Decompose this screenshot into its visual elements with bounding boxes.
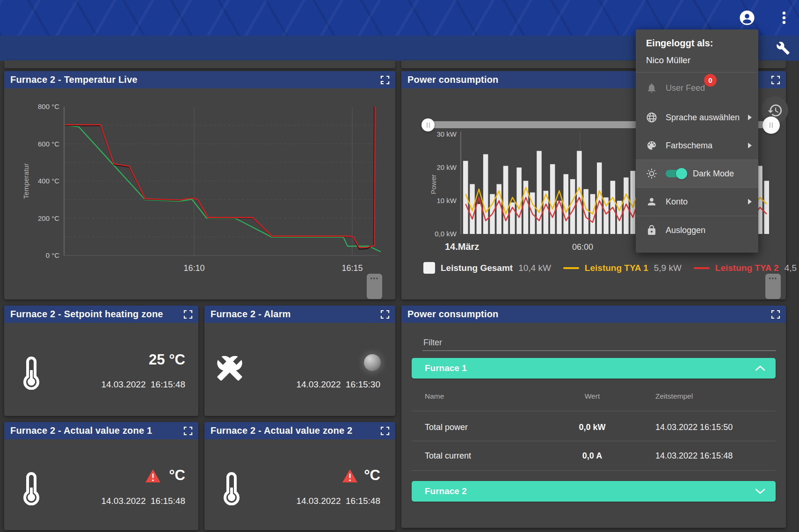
svg-text:16:10: 16:10 bbox=[183, 263, 204, 273]
panel-power-table-header: Power consumption bbox=[401, 306, 786, 323]
row-divider bbox=[412, 441, 776, 441]
cell-zeitstempel: 14.03.2022 16:15:50 bbox=[632, 423, 786, 432]
cell-name: Total power bbox=[425, 423, 552, 432]
menu-item-account[interactable]: Konto bbox=[636, 188, 758, 216]
card-setpoint: Furnace 2 - Setpoint heating zone 25 °C … bbox=[4, 306, 198, 416]
temperature-line-chart: 16:1016:150 °C200 °C400 °C600 °C800 °CTe… bbox=[4, 88, 395, 299]
card-actual-zone1-header: Furnace 2 - Actual value zone 1 bbox=[4, 422, 198, 439]
svg-text:20 kW: 20 kW bbox=[436, 163, 457, 171]
cell-name: Total current bbox=[425, 451, 552, 461]
legend-item-tya1[interactable]: Leistung TYA 1 5,9 kW bbox=[563, 263, 682, 273]
alarm-indicator-orb bbox=[364, 354, 381, 371]
user-menu: Eingeloggt als: Nico Müller User Feed 0 … bbox=[636, 29, 758, 253]
card-title: Furnace 2 - Actual value zone 1 bbox=[10, 425, 152, 436]
card-title: Power consumption bbox=[407, 309, 499, 320]
svg-text:800 °C: 800 °C bbox=[38, 102, 59, 110]
notification-badge: 0 bbox=[704, 74, 717, 87]
fullscreen-icon[interactable] bbox=[771, 75, 780, 85]
kebab-menu-icon[interactable] bbox=[779, 10, 789, 26]
thermometer-icon bbox=[23, 356, 40, 390]
card-more-button[interactable]: ⋯ bbox=[367, 274, 382, 299]
history-icon[interactable] bbox=[767, 102, 783, 118]
table-row[interactable]: Total power 0,0 kW 14.03.2022 16:15:50 bbox=[401, 416, 786, 438]
account-icon[interactable] bbox=[739, 10, 755, 26]
more-icon: ⋯ bbox=[769, 273, 778, 283]
warning-icon bbox=[342, 469, 358, 483]
column-header-name: Name bbox=[425, 392, 552, 401]
logged-in-label: Eingeloggt als: bbox=[646, 38, 748, 49]
wrench-icon[interactable] bbox=[776, 41, 790, 55]
svg-text:06:00: 06:00 bbox=[572, 242, 593, 252]
thermometer-icon bbox=[223, 472, 240, 505]
legend-value: 10,4 kW bbox=[518, 263, 551, 273]
group-furnace-2[interactable]: Furnace 2 bbox=[412, 481, 776, 502]
menu-item-color-scheme[interactable]: Farbschema bbox=[636, 131, 758, 160]
fullscreen-icon[interactable] bbox=[380, 426, 390, 436]
card-title: Furnace 2 - Temperatur Live bbox=[10, 74, 138, 85]
timestamp: 14.03.2022 16:15:48 bbox=[101, 496, 185, 506]
lock-icon bbox=[646, 225, 657, 236]
svg-text:16:15: 16:15 bbox=[341, 263, 363, 273]
user-name: Nico Müller bbox=[646, 55, 748, 66]
fullscreen-icon[interactable] bbox=[380, 310, 390, 319]
setpoint-value: 25 °C bbox=[149, 351, 185, 368]
legend-checkbox[interactable] bbox=[423, 262, 435, 274]
cell-wert: 0,0 A bbox=[552, 451, 632, 461]
menu-item-label: Dark Mode bbox=[693, 169, 752, 179]
chevron-down-icon bbox=[755, 488, 765, 494]
svg-text:Temperatur: Temperatur bbox=[22, 163, 30, 199]
menu-item-user-feed[interactable]: User Feed 0 bbox=[636, 73, 758, 103]
table-row[interactable]: Total current 0,0 A 14.03.2022 16:15:48 bbox=[401, 445, 786, 467]
menu-item-language[interactable]: Sprache auswählen bbox=[636, 103, 758, 131]
timestamp: 14.03.2022 16:15:48 bbox=[296, 496, 380, 506]
legend-item-gesamt[interactable]: Leistung Gesamt 10,4 kW bbox=[423, 262, 551, 274]
menu-item-label: Ausloggen bbox=[666, 226, 752, 235]
legend-line-swatch bbox=[694, 267, 710, 269]
legend-value: 4,5 kW bbox=[784, 263, 799, 273]
svg-text:Power: Power bbox=[429, 175, 437, 195]
card-actual-zone2: Furnace 2 - Actual value zone 2 °C 14.03… bbox=[204, 422, 395, 530]
legend-value: 5,9 kW bbox=[654, 263, 682, 273]
filter-input[interactable] bbox=[422, 335, 776, 351]
card-alarm-header: Furnace 2 - Alarm bbox=[204, 306, 395, 323]
panel-power-table: Power consumption Furnace 1 Name Wert Ze… bbox=[401, 306, 786, 528]
group-furnace-1[interactable]: Furnace 1 bbox=[412, 358, 776, 379]
group-label: Furnace 2 bbox=[425, 486, 467, 496]
column-header-zeitstempel: Zeitstempel bbox=[632, 392, 786, 401]
svg-text:0 °C: 0 °C bbox=[46, 251, 60, 259]
menu-item-label: Sprache auswählen bbox=[666, 113, 748, 123]
card-more-button[interactable]: ⋯ bbox=[765, 274, 781, 299]
slider-handle-right[interactable] bbox=[763, 117, 780, 134]
column-header-wert: Wert bbox=[552, 392, 632, 401]
tools-icon bbox=[216, 355, 243, 382]
cell-zeitstempel: 14.03.2022 16:15:48 bbox=[632, 451, 786, 461]
menu-item-logout[interactable]: Ausloggen bbox=[636, 216, 758, 244]
card-alarm: Furnace 2 - Alarm 14.03.2022 16:15:30 bbox=[204, 306, 395, 416]
legend-label: Leistung Gesamt bbox=[441, 263, 513, 273]
svg-text:14.März: 14.März bbox=[445, 241, 479, 252]
card-title: Furnace 2 - Alarm bbox=[211, 309, 291, 320]
legend-label: Leistung TYA 1 bbox=[585, 263, 648, 273]
svg-text:0,0 kW: 0,0 kW bbox=[435, 230, 457, 238]
slider-handle-left[interactable] bbox=[421, 118, 435, 131]
dark-mode-toggle[interactable] bbox=[666, 170, 685, 177]
group-label: Furnace 1 bbox=[425, 363, 467, 373]
fullscreen-icon[interactable] bbox=[183, 426, 193, 436]
chevron-up-icon bbox=[755, 365, 765, 371]
fullscreen-icon[interactable] bbox=[380, 75, 390, 85]
fullscreen-icon[interactable] bbox=[771, 310, 780, 319]
cell-wert: 0,0 kW bbox=[552, 423, 632, 432]
menu-item-label: Farbschema bbox=[666, 141, 748, 151]
thermometer-icon bbox=[23, 472, 40, 505]
card-title: Furnace 2 - Actual value zone 2 bbox=[211, 425, 352, 436]
legend-item-tya2[interactable]: Leistung TYA 2 4,5 kW bbox=[694, 263, 799, 273]
menu-item-dark-mode[interactable]: Dark Mode bbox=[636, 160, 758, 188]
svg-text:400 °C: 400 °C bbox=[38, 177, 59, 185]
card-setpoint-header: Furnace 2 - Setpoint heating zone bbox=[4, 306, 198, 323]
row-divider bbox=[412, 470, 776, 471]
fullscreen-icon[interactable] bbox=[183, 310, 193, 319]
submenu-arrow-icon bbox=[748, 199, 752, 204]
legend-line-swatch bbox=[563, 267, 579, 269]
table-header-row: Name Wert Zeitstempel bbox=[401, 389, 786, 404]
submenu-arrow-icon bbox=[748, 143, 752, 148]
